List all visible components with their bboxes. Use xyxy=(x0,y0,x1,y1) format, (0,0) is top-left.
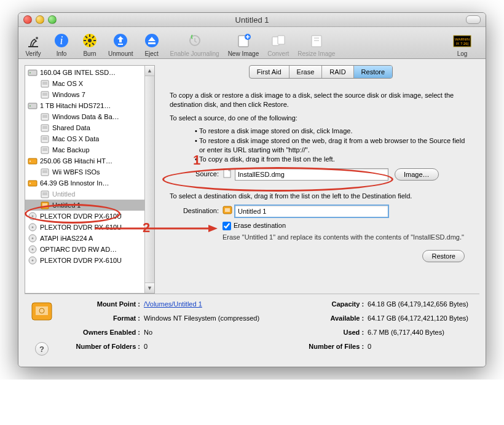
disk-icon xyxy=(28,101,37,110)
restore-button[interactable]: Restore xyxy=(422,250,465,262)
svg-point-39 xyxy=(30,183,31,184)
toolbar-new-image[interactable]: New Image xyxy=(228,29,259,57)
titlebar[interactable]: Untitled 1 xyxy=(18,13,486,27)
disk-list[interactable]: 160.04 GB INTEL SSD…Mac OS XWindows 71 T… xyxy=(25,65,155,294)
mount-point-link[interactable]: /Volumes/Untitled 1 xyxy=(144,300,202,308)
toolbar-unmount[interactable]: Unmount xyxy=(108,29,133,57)
toolbar-log[interactable]: WARNINIX 7:26] Log xyxy=(452,29,472,57)
tab-raid[interactable]: RAID xyxy=(322,66,353,78)
log-icon: WARNINIX 7:26] xyxy=(452,29,472,49)
sidebar-item[interactable]: 160.04 GB INTEL SSD… xyxy=(25,67,154,78)
sidebar-item[interactable]: PLEXTOR DVDR PX-610U xyxy=(25,255,154,266)
destination-label: Destination: xyxy=(170,206,219,216)
sidebar-item[interactable]: Untitled 1 xyxy=(25,200,154,211)
sidebar-item-label: PLEXTOR DVDR PX-610U xyxy=(40,257,122,264)
eject-icon xyxy=(142,29,162,49)
svg-rect-60 xyxy=(36,306,48,315)
scroll-down-icon[interactable]: ▼ xyxy=(145,283,154,293)
toolbar-eject[interactable]: Eject xyxy=(142,29,162,57)
toolbar-burn[interactable]: Burn xyxy=(80,29,100,57)
sidebar-item-label: Untitled 1 xyxy=(52,201,81,209)
sidebar-item-label: Shared Data xyxy=(52,124,90,131)
svg-point-0 xyxy=(36,37,38,39)
svg-rect-56 xyxy=(225,208,230,212)
svg-rect-41 xyxy=(42,192,47,195)
svg-rect-43 xyxy=(42,203,47,206)
svg-point-4 xyxy=(88,39,92,42)
sidebar-item-label: 64.39 GB Innostor In… xyxy=(40,179,109,187)
sidebar-item[interactable]: Shared Data xyxy=(25,122,154,133)
scrollbar[interactable]: ▲ ▼ xyxy=(144,66,154,293)
disk-icon xyxy=(28,68,37,77)
erase-destination-checkbox[interactable] xyxy=(222,222,231,230)
svg-rect-27 xyxy=(42,115,47,118)
sidebar-item[interactable]: PLEXTOR DVDR PX-610U xyxy=(25,211,154,222)
source-help-head: To select a source, do one of the follow… xyxy=(170,114,472,123)
destination-input[interactable] xyxy=(235,205,388,217)
dest-help: To select a destination disk, drag it fr… xyxy=(170,192,472,201)
destination-row: Destination: xyxy=(170,205,472,217)
tab-restore[interactable]: Restore xyxy=(354,66,393,78)
sidebar-item-label: OPTIARC DVD RW AD… xyxy=(40,246,117,253)
svg-rect-37 xyxy=(42,170,47,173)
svg-point-51 xyxy=(32,249,34,251)
microscope-icon xyxy=(23,29,43,49)
vol-icon xyxy=(40,168,50,176)
svg-marker-58 xyxy=(208,225,218,232)
sidebar-item-label: Mac OS X Data xyxy=(52,135,99,142)
sidebar-item[interactable]: Mac OS X Data xyxy=(25,133,154,144)
sidebar-item-label: PLEXTOR DVDR PX-610U xyxy=(40,224,122,231)
sidebar-item[interactable]: Mac Backup xyxy=(25,144,154,155)
svg-point-25 xyxy=(30,106,31,107)
sidebar-item[interactable]: Wii WBFS ISOs xyxy=(25,166,154,177)
svg-point-45 xyxy=(32,216,34,217)
sidebar-item[interactable]: Mac OS X xyxy=(25,78,154,89)
info-icon: i xyxy=(52,29,71,49)
info-left: Mount Point :/Volumes/Untitled 1 Format … xyxy=(60,300,259,356)
toolbar-toggle-pill[interactable] xyxy=(466,15,481,24)
sidebar-item-label: 160.04 GB INTEL SSD… xyxy=(40,69,116,76)
unmount-icon xyxy=(111,29,130,49)
sidebar-item[interactable]: Untitled xyxy=(25,189,154,200)
vol-icon xyxy=(40,146,50,154)
tab-first-aid[interactable]: First Aid xyxy=(250,66,289,78)
svg-rect-13 xyxy=(278,36,285,44)
source-row: Source: Image… xyxy=(170,168,472,181)
optical-icon xyxy=(28,256,37,265)
burn-icon xyxy=(80,29,100,49)
source-input[interactable] xyxy=(235,168,388,181)
sidebar-item[interactable]: ATAPI iHAS224 A xyxy=(25,233,154,244)
help-button[interactable]: ? xyxy=(35,342,49,356)
svg-rect-29 xyxy=(42,126,47,129)
volume-big-icon xyxy=(31,300,53,324)
svg-rect-21 xyxy=(42,82,47,85)
sidebar-item-label: ATAPI iHAS224 A xyxy=(40,235,93,242)
new-image-icon xyxy=(234,29,253,49)
sidebar-item-label: Untitled xyxy=(52,190,75,198)
toolbar-info[interactable]: i Info xyxy=(52,29,71,57)
toolbar-verify[interactable]: Verify xyxy=(23,29,43,57)
scroll-up-icon[interactable]: ▲ xyxy=(145,66,154,76)
source-label: Source: xyxy=(170,170,219,179)
window-title: Untitled 1 xyxy=(18,15,486,25)
sidebar-item[interactable]: 64.39 GB Innostor In… xyxy=(25,177,154,189)
sidebar-item[interactable]: 250.06 GB Hitachi HT… xyxy=(25,155,154,166)
image-button[interactable]: Image… xyxy=(395,168,439,181)
svg-text:WARNIN: WARNIN xyxy=(455,37,470,41)
svg-rect-6 xyxy=(118,44,123,45)
sidebar-item-label: Windows Data & Ba… xyxy=(52,113,119,120)
sidebar-item[interactable]: Windows Data & Ba… xyxy=(25,111,154,122)
sidebar-item[interactable]: PLEXTOR DVDR PX-610U xyxy=(25,222,154,233)
tab-erase[interactable]: Erase xyxy=(289,66,323,78)
sidebar-item[interactable]: Windows 7 xyxy=(25,89,154,100)
svg-text:i: i xyxy=(60,34,63,47)
optical-icon xyxy=(28,223,37,232)
svg-rect-23 xyxy=(42,93,47,96)
tabs: First AidEraseRAIDRestore xyxy=(162,65,479,79)
sidebar-item-label: Mac Backup xyxy=(52,146,90,154)
svg-point-47 xyxy=(32,227,34,228)
vol-icon xyxy=(40,79,50,88)
sidebar-item[interactable]: 1 TB Hitachi HDS721… xyxy=(25,100,154,111)
sidebar-item[interactable]: OPTIARC DVD RW AD… xyxy=(25,244,154,255)
vol-icon xyxy=(40,90,50,99)
